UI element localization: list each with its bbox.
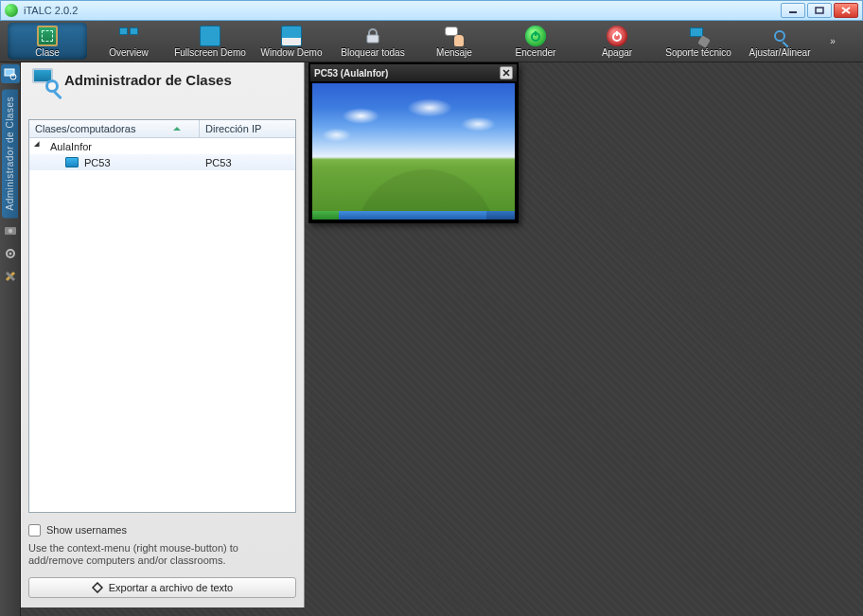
toolbar-window-demo-button[interactable]: Window Demo bbox=[252, 23, 331, 60]
window-demo-icon bbox=[281, 26, 302, 46]
show-usernames-checkbox[interactable] bbox=[28, 524, 41, 537]
computer-name: PC53 bbox=[84, 157, 111, 168]
client-titlebar[interactable]: PC53 (AulaInfor) bbox=[310, 64, 517, 81]
export-text-button[interactable]: Exportar a archivo de texto bbox=[28, 577, 296, 598]
toolbar-label: Bloquear todas bbox=[341, 47, 404, 58]
export-icon bbox=[92, 582, 103, 593]
tree-computer-row[interactable]: PC53 PC53 bbox=[29, 154, 295, 170]
toolbar-fullscreen-demo-button[interactable]: Fullscreen Demo bbox=[170, 23, 250, 60]
toolbar-support-button[interactable]: Soporte técnico bbox=[659, 23, 738, 60]
support-icon bbox=[688, 26, 709, 46]
tree-group-row[interactable]: AulaInfor bbox=[29, 138, 295, 154]
toolbar-label: Mensaje bbox=[436, 47, 472, 58]
side-vertical-label[interactable]: Administrador de Clases bbox=[2, 89, 18, 218]
power-off-icon bbox=[607, 26, 627, 46]
lock-icon bbox=[362, 26, 383, 46]
client-start-button bbox=[312, 211, 339, 220]
chalkboard-icon bbox=[37, 26, 58, 46]
expander-icon[interactable] bbox=[34, 141, 44, 151]
svg-point-14 bbox=[9, 253, 11, 255]
toolbar-label: Apagar bbox=[602, 47, 632, 58]
svg-rect-9 bbox=[5, 69, 14, 76]
toolbar-label: Window Demo bbox=[260, 47, 322, 58]
column-header-ip[interactable]: Dirección IP bbox=[200, 120, 295, 137]
toolbar-label: Clase bbox=[35, 47, 60, 58]
panel-title: Administrador de Clases bbox=[64, 72, 232, 88]
toolbar-power-on-button[interactable]: Encender bbox=[496, 23, 575, 60]
toolbar-overview-button[interactable]: Overview bbox=[89, 23, 168, 60]
side-strip: Administrador de Clases bbox=[0, 62, 21, 616]
computer-ip: PC53 bbox=[200, 157, 295, 168]
toolbar-lock-all-button[interactable]: Bloquear todas bbox=[333, 23, 413, 60]
window-close-button[interactable] bbox=[834, 3, 858, 18]
computer-icon bbox=[65, 157, 79, 167]
side-tab-config[interactable] bbox=[1, 244, 20, 263]
tree-view[interactable]: Clases/computadoras Dirección IP AulaInf… bbox=[28, 119, 296, 513]
panel-footer: Show usernames Use the context-menu (rig… bbox=[21, 519, 304, 608]
client-screen-thumbnail[interactable] bbox=[310, 81, 517, 221]
power-on-icon bbox=[525, 26, 546, 46]
side-tab-snapshots[interactable] bbox=[1, 221, 20, 240]
show-usernames-label: Show usernames bbox=[46, 524, 127, 536]
window-titlebar: iTALC 2.0.2 bbox=[0, 0, 863, 21]
toolbar-adjust-button[interactable]: Ajustar/Alinear bbox=[740, 23, 819, 60]
tree-header[interactable]: Clases/computadoras Dirección IP bbox=[29, 120, 295, 138]
side-tab-tools[interactable] bbox=[1, 267, 20, 286]
magnifier-icon bbox=[769, 26, 790, 46]
toolbar-label: Soporte técnico bbox=[665, 47, 731, 58]
tree-body[interactable]: AulaInfor PC53 PC53 bbox=[29, 138, 295, 512]
app-icon bbox=[5, 4, 18, 17]
toolbar-label: Overview bbox=[109, 47, 149, 58]
toolbar-label: Fullscreen Demo bbox=[174, 47, 246, 58]
message-icon bbox=[444, 26, 465, 46]
group-name: AulaInfor bbox=[50, 141, 92, 152]
svg-rect-4 bbox=[367, 35, 379, 43]
export-label: Exportar a archivo de texto bbox=[109, 582, 233, 593]
svg-point-12 bbox=[8, 229, 12, 234]
main-toolbar: Clase Overview Fullscreen Demo Window De… bbox=[0, 21, 863, 62]
column-header-name[interactable]: Clases/computadoras bbox=[29, 120, 200, 137]
svg-rect-1 bbox=[816, 8, 823, 13]
workspace: Administrador de Clases Administrador de… bbox=[0, 62, 863, 616]
client-thumbnail-window[interactable]: PC53 (AulaInfor) bbox=[308, 62, 519, 223]
context-menu-hint: Use the context-menu (right mouse-button… bbox=[28, 542, 296, 569]
toolbar-message-button[interactable]: Mensaje bbox=[414, 23, 494, 60]
window-maximize-button[interactable] bbox=[807, 3, 832, 18]
toolbar-label: Encender bbox=[516, 47, 556, 58]
window-minimize-button[interactable] bbox=[781, 3, 805, 18]
overview-icon bbox=[118, 26, 139, 46]
class-manager-icon bbox=[28, 66, 59, 93]
toolbar-power-off-button[interactable]: Apagar bbox=[577, 23, 657, 60]
side-tab-class-manager[interactable] bbox=[1, 64, 20, 83]
client-tray bbox=[486, 211, 515, 220]
toolbar-overflow-icon[interactable]: » bbox=[825, 36, 840, 46]
fullscreen-icon bbox=[200, 26, 220, 46]
client-title-text: PC53 (AulaInfor) bbox=[314, 68, 388, 79]
client-close-button[interactable] bbox=[500, 66, 513, 79]
toolbar-label: Ajustar/Alinear bbox=[749, 47, 810, 58]
client-taskbar bbox=[312, 211, 515, 220]
panel-header: Administrador de Clases bbox=[21, 62, 304, 95]
window-title: iTALC 2.0.2 bbox=[24, 5, 78, 16]
toolbar-clase-button[interactable]: Clase bbox=[8, 23, 87, 60]
class-manager-panel: Administrador de Clases Clases/computado… bbox=[21, 62, 305, 607]
